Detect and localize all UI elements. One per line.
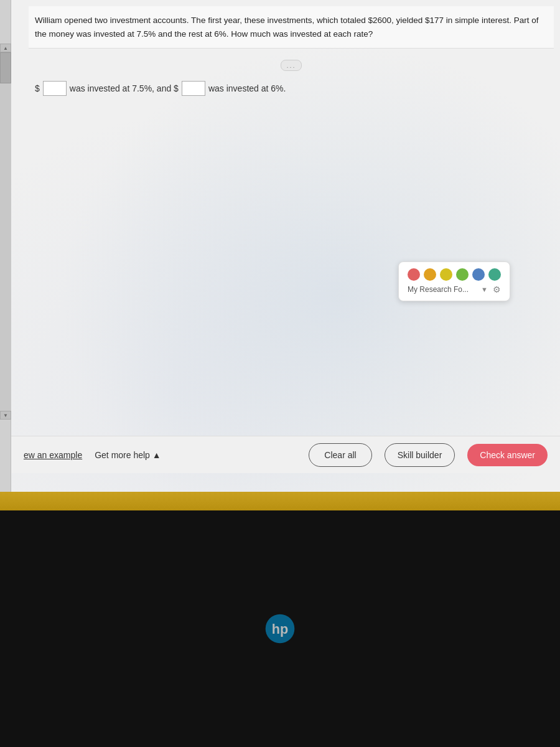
answer-input-1[interactable]: [43, 81, 67, 96]
answer-input-2[interactable]: [182, 81, 205, 96]
question-text: William opened two investment accounts. …: [35, 14, 544, 40]
research-label: My Research Fo...: [408, 285, 476, 294]
gold-bar: [0, 492, 560, 510]
teal-dot[interactable]: [488, 268, 501, 281]
skill-builder-button[interactable]: Skill builder: [385, 443, 455, 467]
scroll-up-arrow[interactable]: ▲: [0, 44, 11, 52]
clear-all-button[interactable]: Clear all: [309, 443, 371, 467]
get-more-help-label: Get more help: [95, 450, 150, 460]
dollar-sign-1: $: [35, 83, 40, 93]
research-dropdown-icon[interactable]: ▼: [481, 286, 488, 293]
bottom-toolbar: ew an example Get more help ▲ Clear all …: [11, 436, 560, 473]
get-more-help-button[interactable]: Get more help ▲: [95, 450, 161, 460]
left-sidebar: ▲ ▼: [0, 0, 11, 492]
main-content: William opened two investment accounts. …: [11, 0, 560, 492]
svg-text:hp: hp: [272, 621, 288, 637]
divider-row: ...: [22, 59, 560, 72]
answer-middle-text: was invested at 7.5%, and $: [70, 83, 179, 93]
check-answer-button[interactable]: Check answer: [467, 444, 548, 466]
scroll-thumb[interactable]: [0, 52, 11, 83]
scroll-down-arrow[interactable]: ▼: [0, 411, 11, 420]
question-area: William opened two investment accounts. …: [29, 6, 554, 49]
black-bottom-area: hp: [0, 510, 560, 747]
red-dot[interactable]: [408, 268, 420, 281]
blue-dot[interactable]: [472, 268, 485, 281]
scroll-track: [0, 52, 11, 413]
green-dot[interactable]: [456, 268, 469, 281]
color-dots-row: [408, 268, 501, 281]
dots-indicator: ...: [281, 60, 301, 71]
yellow-dot[interactable]: [440, 268, 452, 281]
research-footer: My Research Fo... ▼ ⚙: [408, 284, 501, 294]
research-widget: My Research Fo... ▼ ⚙: [398, 261, 510, 301]
research-settings-icon[interactable]: ⚙: [493, 284, 501, 294]
orange-dot[interactable]: [424, 268, 436, 281]
hp-logo: hp: [264, 613, 296, 644]
answer-suffix-text: was invested at 6%.: [208, 83, 286, 93]
answer-area: $ was invested at 7.5%, and $ was invest…: [29, 73, 554, 103]
get-more-help-arrow: ▲: [152, 450, 161, 460]
view-example-link[interactable]: ew an example: [24, 450, 82, 460]
